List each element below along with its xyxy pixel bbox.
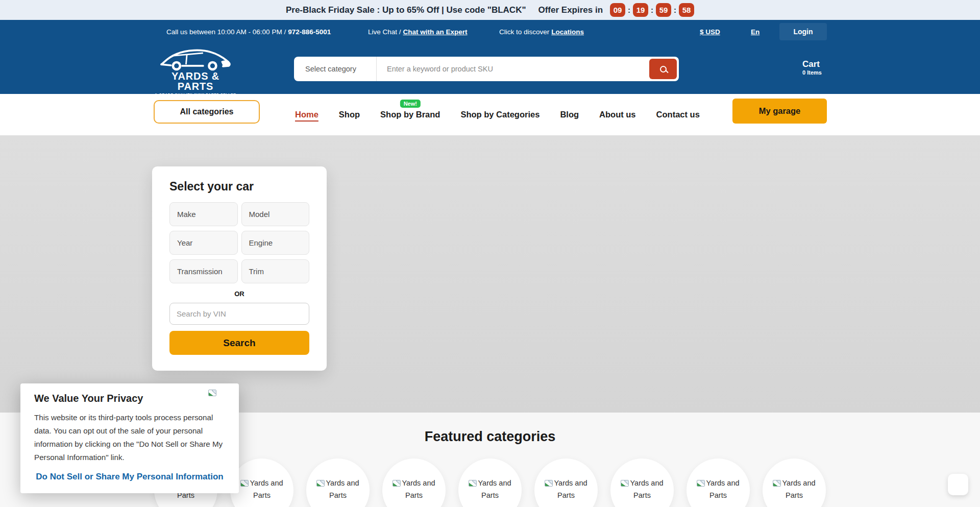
category-circle-row: Yards and Parts Yards and Parts Yards an…	[154, 458, 826, 507]
or-separator: OR	[169, 290, 309, 298]
category-circle[interactable]: Yards and Parts	[458, 458, 522, 507]
car-search-button[interactable]: Search	[169, 331, 309, 355]
broken-image-icon	[208, 390, 216, 396]
sale-banner: Pre-Black Friday Sale : Up to 65% Off | …	[0, 0, 980, 20]
broken-image-icon	[469, 480, 477, 487]
car-selector-grid: Make Model Year Engine Transmission Trim	[169, 202, 309, 283]
live-chat-label: Live Chat /	[368, 28, 401, 36]
locations-link[interactable]: Locations	[551, 28, 584, 36]
broken-image-icon	[240, 480, 249, 487]
call-info: Call us between 10:00 AM - 06:00 PM / 97…	[166, 20, 331, 43]
live-chat: Live Chat / Chat with an Expert	[368, 20, 468, 43]
broken-image-icon	[697, 480, 705, 487]
countdown-seconds: 58	[679, 3, 694, 17]
call-hours-label: Call us between 10:00 AM - 06:00 PM /	[166, 28, 286, 36]
locations: Click to discover Locations	[499, 20, 584, 43]
logo-title: YARDS & PARTS	[153, 71, 238, 91]
main-navigation: All categories Home Shop New! Shop by Br…	[0, 94, 980, 135]
nav-links: Home Shop New! Shop by Brand Shop by Cat…	[295, 94, 700, 135]
sale-text: Pre-Black Friday Sale : Up to 65% Off | …	[286, 5, 526, 15]
privacy-title: We Value Your Privacy	[34, 393, 225, 404]
broken-image-icon	[773, 480, 781, 487]
category-circle[interactable]: Yards and Parts	[306, 458, 370, 507]
category-circle[interactable]: Yards and Parts	[687, 458, 750, 507]
language-selector[interactable]: En	[751, 20, 760, 43]
chat-widget-button[interactable]	[948, 474, 968, 495]
top-utility-bar: Call us between 10:00 AM - 06:00 PM / 97…	[0, 20, 980, 43]
hero-section: Select your car Make Model Year Engine T…	[0, 135, 980, 413]
all-categories-button[interactable]: All categories	[154, 100, 260, 124]
my-garage-button[interactable]: My garage	[732, 99, 827, 124]
category-circle[interactable]: Yards and Parts	[763, 458, 826, 507]
nav-item-shop-by-categories[interactable]: Shop by Categories	[460, 110, 540, 119]
login-button[interactable]: Login	[779, 23, 827, 40]
year-select[interactable]: Year	[169, 231, 238, 255]
chat-with-expert-link[interactable]: Chat with an Expert	[403, 28, 468, 36]
broken-image-icon	[621, 480, 629, 487]
category-circle[interactable]: Yards and Parts	[382, 458, 446, 507]
category-circle[interactable]: Yards and Parts	[610, 458, 674, 507]
broken-image-icon	[545, 480, 553, 487]
currency-selector[interactable]: $ USD	[700, 20, 720, 43]
offer-expires-label: Offer Expires in	[538, 5, 603, 15]
product-search-bar: Select category	[294, 57, 679, 81]
cart-label: Cart	[802, 60, 822, 69]
make-select[interactable]: Make	[169, 202, 238, 226]
search-icon	[660, 66, 667, 73]
nav-item-shop[interactable]: Shop	[339, 110, 360, 119]
countdown-hours: 19	[633, 3, 648, 17]
model-select[interactable]: Model	[241, 202, 310, 226]
privacy-consent-popup: We Value Your Privacy This website or it…	[20, 383, 239, 493]
countdown-timer: 09 : 19 : 59 : 58	[610, 3, 694, 17]
cart-widget[interactable]: Cart 0 Items	[802, 60, 822, 76]
masthead: YARDS & PARTS A-GRADE QUALITY JUNK PARTS…	[0, 43, 980, 94]
car-selector-title: Select your car	[169, 180, 309, 194]
do-not-sell-link[interactable]: Do Not Sell or Share My Personal Informa…	[34, 472, 225, 482]
privacy-body: This website or its third-party tools pr…	[34, 411, 225, 464]
new-badge: New!	[400, 100, 421, 108]
nav-item-home[interactable]: Home	[295, 110, 318, 119]
broken-image-icon	[316, 480, 325, 487]
search-input[interactable]	[377, 57, 679, 81]
page: Pre-Black Friday Sale : Up to 65% Off | …	[0, 0, 980, 507]
nav-item-contact-us[interactable]: Contact us	[656, 110, 700, 119]
phone-number[interactable]: 972-886-5001	[288, 28, 331, 36]
countdown-minutes: 59	[656, 3, 671, 17]
engine-select[interactable]: Engine	[241, 231, 310, 255]
category-circle[interactable]: Yards and Parts	[534, 458, 598, 507]
nav-item-about-us[interactable]: About us	[599, 110, 636, 119]
vin-search-input[interactable]	[169, 303, 309, 325]
category-dropdown[interactable]: Select category	[294, 57, 377, 81]
cart-items-count: 0 Items	[802, 69, 822, 76]
broken-image-icon	[393, 480, 401, 487]
nav-item-shop-by-brand[interactable]: New! Shop by Brand	[380, 110, 440, 119]
category-circle[interactable]: Yards and Parts	[230, 458, 293, 507]
car-selector-card: Select your car Make Model Year Engine T…	[152, 166, 327, 371]
discover-label: Click to discover	[499, 28, 549, 36]
trim-select[interactable]: Trim	[241, 259, 310, 283]
nav-item-blog[interactable]: Blog	[560, 110, 579, 119]
car-logo-icon	[157, 45, 234, 72]
site-logo[interactable]: YARDS & PARTS A-GRADE QUALITY JUNK PARTS…	[153, 45, 238, 96]
transmission-select[interactable]: Transmission	[169, 259, 238, 283]
countdown-days: 09	[610, 3, 625, 17]
search-button[interactable]	[649, 59, 677, 79]
